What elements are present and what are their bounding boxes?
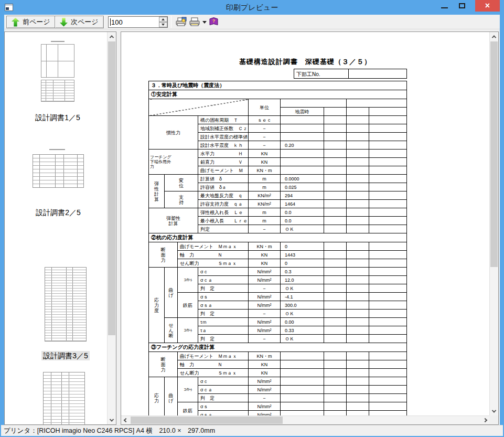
table-row: ③フーチングの応力度計算 [149,343,407,352]
table-cell: KN [249,360,281,369]
table-cell: 曲 げ [165,377,178,416]
scroll-up-button[interactable] [108,32,116,41]
table-cell: m [249,217,281,225]
table-cell [369,242,407,251]
table-cell [347,411,369,416]
help-book-icon[interactable]: ? [209,17,219,28]
scroll-down-button[interactable] [108,415,116,424]
print-dropdown-arrow[interactable] [202,21,207,24]
thumbnail-label-3-selected[interactable]: 設計調書3／5 [41,351,90,360]
preview-pane: 基礎構造設計調書 深礎基礎（３／５） 下部工No. ３．常時及び地震時（震度法）… [121,31,499,425]
table-cell [281,386,324,394]
table-cell: 弾塑性 計算 [149,208,198,233]
spin-up-button[interactable] [159,17,167,22]
table-cell [281,133,324,141]
table-cell [347,108,369,116]
print-setup-icon[interactable] [175,17,187,29]
table-cell: 弾性根入れ長 Ｌｅ [198,208,249,217]
table-cell [347,191,369,200]
table-row: フーチング 下端作用外 力水平力 ＨKN [149,150,407,158]
table-cell: 慣性力 [149,116,198,150]
table-row: 軸 力 ＮKN [149,360,407,369]
spin-down-button[interactable] [159,22,167,27]
scroll-right-button[interactable] [480,416,489,424]
thumbnail-label-1[interactable]: 設計調書1／5 [34,113,82,122]
table-cell [347,141,369,150]
table-cell: せん断力 Ｓｍａｘ [178,369,249,377]
table-cell [281,124,324,133]
table-cell [369,217,407,225]
table-cell [324,116,347,124]
table-cell: KN [249,158,281,166]
prev-page-label: 前ページ [23,17,50,27]
table-cell: 応 力 [149,377,165,416]
table-cell [369,191,407,200]
table-cell [324,310,347,318]
table-cell: σｓ [198,293,249,301]
table-row: 鉄筋σｓN/mm² [149,402,407,411]
table-cell [324,175,347,183]
table-cell [369,276,407,284]
table-cell [281,150,324,158]
table-cell [324,200,347,208]
scrollbar-thumb[interactable] [490,41,498,267]
table-cell [324,284,347,293]
table-row: せ ん 断ｺﾝｸﾘｰﾄτｍN/mm²0.00 [149,318,407,326]
table-cell: ｺﾝｸﾘｰﾄ [178,318,198,343]
chevron-up-icon [492,35,496,39]
prev-page-button[interactable]: 前ページ [6,16,56,28]
sidebar-scrollbar[interactable] [107,32,116,424]
table-cell [347,360,369,369]
page-thumbnail-1[interactable]: 設計調書1／5 [26,40,89,122]
table-cell: ＯＫ [281,284,324,293]
table-cell [347,377,369,386]
table-cell [347,183,369,191]
table-cell [347,284,369,293]
table-cell: KN [249,259,281,268]
thumbnail-label-2[interactable]: 設計調書2／5 [34,208,82,217]
scroll-left-button[interactable] [121,416,130,424]
preview-vertical-scrollbar[interactable] [489,32,498,415]
maximize-button[interactable] [454,0,470,12]
table-row: ３．常時及び地震時（震度法） [149,81,407,90]
next-page-button[interactable]: 次ページ [55,16,104,28]
scrollbar-thumb[interactable] [131,417,283,424]
close-button[interactable]: × [475,0,500,12]
table-cell [369,318,407,326]
chevron-down-icon [492,408,496,412]
table-cell [324,318,347,326]
table-cell [347,166,369,175]
titlebar: 印刷プレビュー × [0,0,504,15]
table-cell: -4.1 [281,293,324,301]
zoom-spinner[interactable]: 100 [108,16,168,28]
scroll-up-button[interactable] [490,32,498,41]
table-cell [324,352,347,360]
table-cell: − [249,310,281,318]
print-icon[interactable] [189,17,200,29]
table-row: 応 力 度曲 げｺﾝｸﾘｰﾄσｃN/mm²0.3 [149,268,407,276]
minimize-button[interactable] [436,0,452,12]
table-cell [281,158,324,166]
table-cell: 1443 [281,251,324,259]
table-cell [369,310,407,318]
table-cell: − [249,394,281,402]
scroll-down-button[interactable] [490,407,498,415]
table-cell [347,352,369,360]
table-cell: − [249,124,281,133]
table-cell: ｺﾝｸﾘｰﾄ [178,268,198,293]
table-cell [369,377,407,386]
table-cell: N/mm² [249,386,281,394]
table-cell: ｺﾝｸﾘｰﾄ [178,377,198,402]
preview-horizontal-scrollbar[interactable] [121,415,489,424]
table-cell [324,386,347,394]
table-cell: 判 定 [198,335,249,343]
scrollbar-thumb[interactable] [108,41,115,335]
chevron-left-icon [123,418,127,422]
table-cell: 応 力 度 [149,268,165,343]
page-thumbnail-3[interactable]: 設計調書3／5 [34,267,97,360]
page-thumbnail-2[interactable]: 設計調書2／5 [27,148,90,217]
status-bar: プリンタ：[RICOH imagio Neo C246 RPCS] A4 横 2… [1,425,503,436]
table-cell [347,217,369,225]
table-cell [347,200,369,208]
table-cell [281,369,324,377]
